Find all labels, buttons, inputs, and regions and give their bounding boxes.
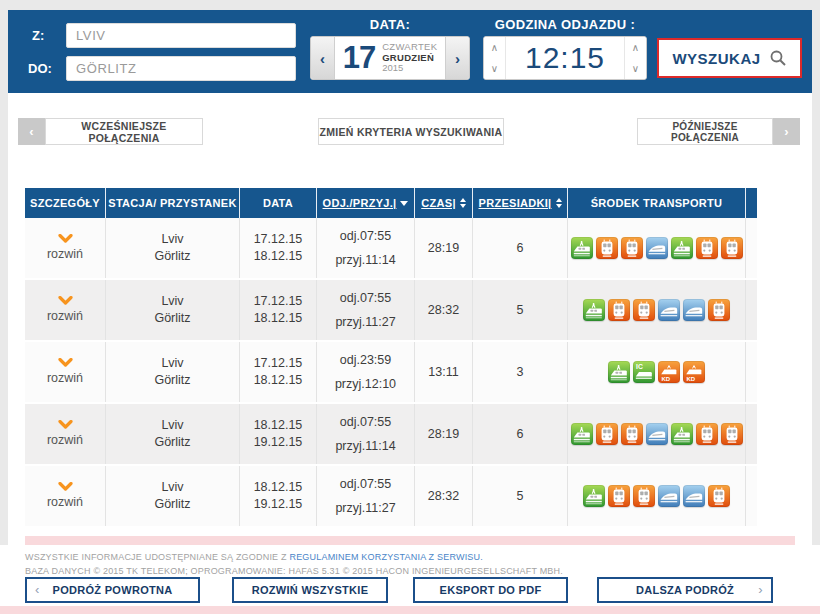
ice-blue-transport-icon: [683, 299, 705, 321]
date-day: 17: [343, 40, 375, 76]
header-time[interactable]: CZAS|: [415, 188, 473, 218]
hour-down-button[interactable]: ∨: [484, 58, 505, 79]
later-connections-button[interactable]: PÓŹNIEJSZE POŁĄCZENIA: [637, 118, 773, 145]
destination-station: Görlitz: [154, 248, 190, 265]
table-row: rozwiń Lviv Görlitz 17.12.15 18.12.15 od…: [25, 280, 757, 342]
duration-value: 13:11: [428, 364, 458, 381]
chevron-down-icon: [58, 482, 73, 491]
ice-blue-transport-icon: [658, 485, 680, 507]
duration-value: 28:32: [428, 302, 459, 319]
origin-station: Lviv: [161, 479, 183, 496]
search-button[interactable]: WYSZUKAJ: [657, 38, 802, 78]
transport-cell: [568, 280, 746, 340]
connection-rows: rozwiń Lviv Görlitz 17.12.15 18.12.15 od…: [25, 218, 757, 528]
duration-cell: 28:32: [415, 280, 473, 340]
transport-cell: [568, 404, 746, 464]
header-dep-arr[interactable]: ODJ./PRZYJ.|: [317, 188, 415, 218]
arrival-date: 18.12.15: [254, 372, 303, 389]
svg-text:KD: KD: [686, 376, 695, 382]
hour-stepper: ∧ ∨: [484, 37, 506, 79]
transport-cell: [568, 218, 746, 278]
date-cell: 17.12.15 18.12.15: [240, 280, 317, 340]
earlier-connections-chevron-icon[interactable]: ‹: [18, 118, 45, 145]
duration-cell: 28:32: [415, 466, 473, 526]
origin-station: Lviv: [161, 293, 183, 310]
change-criteria-button[interactable]: ZMIEŃ KRYTERIA WYSZUKIWANIA: [318, 118, 504, 145]
from-input[interactable]: [66, 23, 296, 48]
expand-row-button[interactable]: rozwiń: [25, 218, 106, 278]
return-trip-button[interactable]: ‹ PODRÓŻ POWROTNA: [25, 577, 200, 603]
date-detail: CZWARTEK GRUDZIEŃ 2015: [382, 42, 437, 75]
onward-trip-button[interactable]: DALSZA PODRÓŻ ›: [597, 577, 773, 603]
earlier-connections-button[interactable]: WCZEŚNIEJSZE POŁĄCZENIA: [45, 118, 203, 145]
expand-row-button[interactable]: rozwiń: [25, 404, 106, 464]
tram-orange-transport-icon: [721, 423, 743, 445]
tram-orange-transport-icon: [633, 299, 655, 321]
arrival-time: przyj.11:27: [335, 500, 395, 517]
dep-arr-cell: odj.23:59 przyj.12:10: [317, 342, 415, 402]
header-station: STACJA/ PRZYSTANEK: [106, 188, 240, 218]
expand-row-button[interactable]: rozwiń: [25, 342, 106, 402]
sort-desc-icon[interactable]: [400, 201, 408, 206]
tram-orange-transport-icon: [633, 485, 655, 507]
destination-station: Görlitz: [154, 496, 190, 513]
dep-arr-cell: odj.07:55 przyj.11:14: [317, 218, 415, 278]
departure-time: odj.07:55: [340, 290, 391, 307]
table-row: rozwiń Lviv Görlitz 17.12.15 18.12.15 od…: [25, 342, 757, 404]
departure-date: 17.12.15: [254, 231, 303, 248]
table-header-row: SZCZEGÓŁY STACJA/ PRZYSTANEK DATA ODJ./P…: [25, 188, 757, 218]
destination-station: Görlitz: [154, 372, 190, 389]
transport-cell: [568, 466, 746, 526]
tram-orange-transport-icon: [708, 485, 730, 507]
duration-value: 28:19: [428, 426, 459, 443]
date-display[interactable]: 17 CZWARTEK GRUDZIEŃ 2015: [335, 37, 445, 79]
sort-icon[interactable]: [556, 198, 562, 208]
minute-down-button[interactable]: ∨: [625, 58, 646, 79]
departure-time: odj.23:59: [340, 352, 391, 369]
later-connections-chevron-icon[interactable]: ›: [773, 118, 800, 145]
departure-date: 17.12.15: [254, 355, 303, 372]
header-changes[interactable]: PRZESIADKI|: [473, 188, 568, 218]
departure-date: 17.12.15: [254, 293, 303, 310]
changes-count: 5: [517, 302, 524, 319]
to-label: DO:: [28, 61, 52, 76]
page-edge-top: [0, 0, 820, 10]
expand-label: rozwiń: [47, 432, 83, 449]
expand-row-button[interactable]: rozwiń: [25, 466, 106, 526]
changes-count: 5: [517, 488, 524, 505]
kd-orange-transport-icon: KD: [658, 361, 680, 383]
arrival-time: przyj.11:27: [335, 314, 395, 331]
chevron-left-icon: ‹: [35, 582, 40, 597]
to-input[interactable]: [66, 56, 296, 81]
station-cell: Lviv Görlitz: [106, 342, 240, 402]
table-row: rozwiń Lviv Görlitz 18.12.15 19.12.15 od…: [25, 466, 757, 528]
expand-all-button[interactable]: ROZWIŃ WSZYSTKIE: [232, 577, 388, 603]
header-date: DATA: [240, 188, 317, 218]
minute-up-button[interactable]: ∧: [625, 37, 646, 58]
expand-label: rozwiń: [47, 308, 83, 325]
arrival-time: przyj.12:10: [335, 376, 396, 393]
destination-station: Görlitz: [154, 434, 190, 451]
origin-station: Lviv: [161, 355, 183, 372]
header-spacer: [746, 188, 757, 218]
departure-time: odj.07:55: [340, 476, 391, 493]
chevron-down-icon: [58, 234, 73, 243]
date-cell: 17.12.15 18.12.15: [240, 342, 317, 402]
expand-label: rozwiń: [47, 494, 83, 511]
header-details: SZCZEGÓŁY: [25, 188, 106, 218]
tram-orange-transport-icon: [596, 237, 618, 259]
chevron-down-icon: [58, 420, 73, 429]
date-cell: 18.12.15 19.12.15: [240, 404, 317, 464]
date-next-button[interactable]: ›: [445, 37, 469, 79]
hour-up-button[interactable]: ∧: [484, 37, 505, 58]
date-prev-button[interactable]: ‹: [311, 37, 335, 79]
time-value[interactable]: 12:15: [506, 37, 624, 79]
export-pdf-button[interactable]: EKSPORT DO PDF: [413, 577, 568, 603]
expand-label: rozwiń: [47, 246, 83, 263]
expand-row-button[interactable]: rozwiń: [25, 280, 106, 340]
terms-link[interactable]: REGULAMINEM KORZYSTANIA Z SERWISU.: [289, 552, 483, 562]
svg-text:KD: KD: [661, 376, 670, 382]
sort-icon[interactable]: [460, 198, 466, 208]
tram-orange-transport-icon: [708, 299, 730, 321]
tram-orange-transport-icon: [608, 299, 630, 321]
